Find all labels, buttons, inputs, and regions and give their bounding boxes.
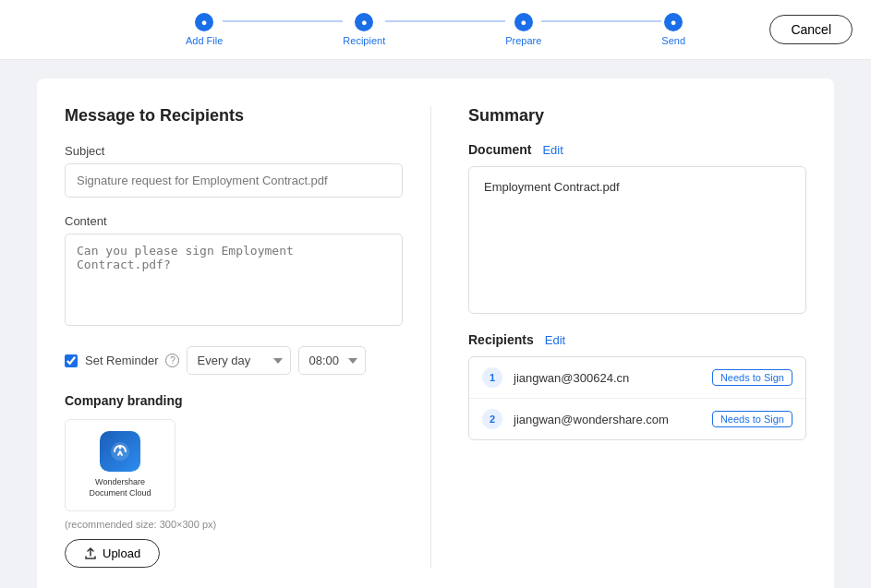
- brand-name: Wondershare Document Cloud: [89, 477, 151, 498]
- step-line-2: [385, 20, 505, 22]
- cancel-button[interactable]: Cancel: [769, 15, 853, 44]
- document-box: Employment Contract.pdf: [468, 166, 806, 314]
- top-bar: ● Add File ● Recipient ● Prepare ● Send …: [0, 0, 871, 60]
- progress-steps: ● Add File ● Recipient ● Prepare ● Send: [186, 13, 685, 46]
- branding-hint: (recommended size: 300×300 px): [65, 519, 403, 530]
- summary-title: Summary: [468, 106, 806, 126]
- left-column: Message to Recipients Subject Content Se…: [65, 106, 431, 568]
- document-section-header: Document Edit: [468, 142, 806, 157]
- document-edit-link[interactable]: Edit: [542, 143, 563, 157]
- reminder-row: Set Reminder ? Every day Every week Ever…: [65, 346, 403, 375]
- reminder-label: Set Reminder: [85, 354, 158, 367]
- step-circle-3: ●: [514, 13, 533, 31]
- time-select[interactable]: 08:00 09:00 10:00: [298, 346, 366, 375]
- recipients-list: 1 jiangwan@300624.cn Needs to Sign 2 jia…: [468, 356, 806, 440]
- step-line-3: [541, 20, 661, 22]
- help-icon[interactable]: ?: [165, 354, 179, 367]
- right-column: Summary Document Edit Employment Contrac…: [459, 106, 806, 568]
- needs-sign-badge-2: Needs to Sign: [712, 411, 792, 427]
- step-circle-2: ●: [355, 13, 373, 31]
- step-line-1: [223, 20, 343, 22]
- content-panel: Message to Recipients Subject Content Se…: [37, 78, 834, 588]
- step-label-4: Send: [661, 35, 685, 46]
- recipient-row-1: 1 jiangwan@300624.cn Needs to Sign: [469, 357, 805, 399]
- subject-input[interactable]: [65, 163, 403, 198]
- recipients-section-header: Recipients Edit: [468, 332, 806, 347]
- recipient-row-2: 2 jiangwan@wondershare.com Needs to Sign: [469, 399, 805, 439]
- step-send: ● Send: [661, 13, 685, 46]
- content-textarea[interactable]: [65, 234, 403, 326]
- frequency-select[interactable]: Every day Every week Every month: [187, 346, 291, 375]
- brand-logo: [100, 431, 140, 472]
- step-label-3: Prepare: [505, 35, 541, 46]
- branding-title: Company branding: [65, 393, 403, 408]
- message-title: Message to Recipients: [65, 106, 403, 126]
- main-content: Message to Recipients Subject Content Se…: [0, 60, 871, 588]
- svg-point-0: [119, 447, 122, 450]
- document-filename: Employment Contract.pdf: [484, 180, 620, 194]
- brand-logo-svg: [107, 438, 133, 464]
- step-circle-4: ●: [664, 13, 683, 31]
- step-add-file: ● Add File: [186, 13, 223, 46]
- needs-sign-badge-1: Needs to Sign: [712, 369, 792, 386]
- step-circle-1: ●: [195, 13, 213, 31]
- subject-label: Subject: [65, 144, 403, 158]
- recipients-section-label: Recipients: [468, 332, 534, 347]
- document-section-label: Document: [468, 142, 531, 157]
- recipient-email-2: jiangwan@wondershare.com: [514, 413, 701, 426]
- recipients-edit-link[interactable]: Edit: [545, 333, 565, 347]
- reminder-checkbox[interactable]: [65, 354, 78, 367]
- step-label-2: Recipient: [343, 35, 385, 46]
- branding-box: Wondershare Document Cloud: [65, 419, 175, 511]
- step-label-1: Add File: [186, 35, 223, 46]
- recipient-num-2: 2: [482, 409, 502, 429]
- recipient-num-1: 1: [482, 367, 502, 388]
- upload-icon: [84, 547, 97, 560]
- step-recipient: ● Recipient: [343, 13, 385, 46]
- content-label: Content: [65, 214, 403, 228]
- step-prepare: ● Prepare: [505, 13, 541, 46]
- recipient-email-1: jiangwan@300624.cn: [514, 371, 701, 385]
- upload-button[interactable]: Upload: [65, 539, 160, 568]
